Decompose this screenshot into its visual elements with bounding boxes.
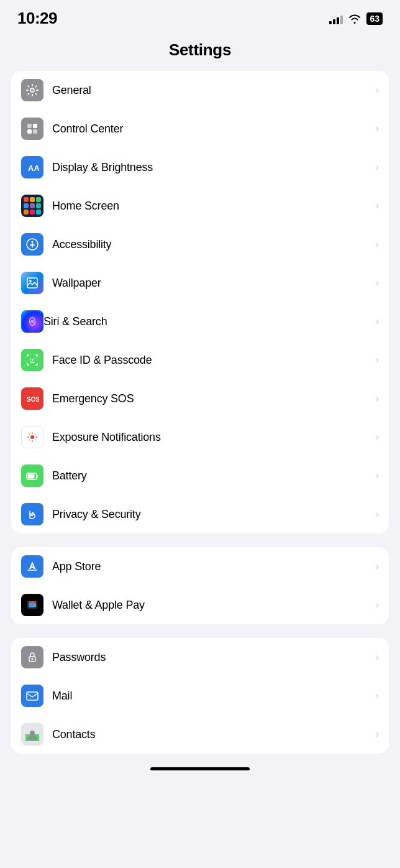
svg-rect-33 bbox=[29, 601, 36, 603]
home-screen-chevron: › bbox=[376, 200, 379, 211]
svg-point-24 bbox=[29, 440, 30, 441]
face-id-label: Face ID & Passcode bbox=[52, 354, 371, 367]
settings-row-accessibility[interactable]: Accessibility › bbox=[11, 225, 389, 264]
settings-row-display[interactable]: AA Display & Brightness › bbox=[11, 148, 389, 187]
sos-label: Emergency SOS bbox=[52, 392, 371, 405]
home-indicator bbox=[150, 767, 250, 770]
svg-point-34 bbox=[35, 604, 37, 606]
settings-row-control-center[interactable]: Control Center › bbox=[11, 109, 389, 148]
battery-status: 63 bbox=[366, 12, 383, 25]
svg-rect-37 bbox=[27, 692, 38, 700]
svg-text:SOS: SOS bbox=[27, 396, 39, 403]
display-label: Display & Brightness bbox=[52, 161, 371, 174]
sos-icon: SOS bbox=[21, 387, 43, 410]
status-icons: 63 bbox=[329, 12, 383, 25]
mail-label: Mail bbox=[52, 690, 371, 703]
exposure-label: Exposure Notifications bbox=[52, 431, 371, 444]
status-time: 10:29 bbox=[17, 9, 57, 28]
svg-rect-1 bbox=[27, 124, 32, 128]
settings-group-3: Passwords › Mail › Contacts › bbox=[11, 638, 389, 754]
exposure-icon bbox=[21, 426, 43, 448]
settings-group-2: App Store › Wallet & Apple Pay › bbox=[11, 547, 389, 624]
general-label: General bbox=[52, 84, 371, 97]
appstore-label: App Store bbox=[52, 560, 371, 573]
wallpaper-chevron: › bbox=[376, 277, 379, 289]
svg-point-25 bbox=[35, 440, 36, 441]
settings-row-sos[interactable]: SOS Emergency SOS › bbox=[11, 379, 389, 418]
signal-icon bbox=[329, 13, 343, 24]
siri-icon bbox=[21, 310, 43, 333]
settings-row-exposure[interactable]: Exposure Notifications › bbox=[11, 418, 389, 456]
wallet-chevron: › bbox=[376, 599, 379, 611]
general-chevron: › bbox=[376, 85, 379, 96]
appstore-icon bbox=[21, 555, 43, 578]
accessibility-chevron: › bbox=[376, 239, 379, 250]
svg-point-13 bbox=[30, 320, 34, 323]
wallet-icon bbox=[21, 594, 43, 616]
svg-rect-10 bbox=[27, 278, 37, 288]
appstore-chevron: › bbox=[376, 561, 379, 572]
svg-point-14 bbox=[30, 359, 32, 360]
settings-row-contacts[interactable]: Contacts › bbox=[11, 715, 389, 754]
accessibility-icon bbox=[21, 233, 43, 256]
face-id-icon bbox=[21, 349, 43, 371]
contacts-label: Contacts bbox=[52, 728, 371, 741]
battery-label: Battery bbox=[52, 469, 371, 482]
settings-row-siri[interactable]: Siri & Search › bbox=[11, 302, 389, 341]
wallet-label: Wallet & Apple Pay bbox=[52, 599, 371, 612]
svg-point-40 bbox=[30, 731, 35, 736]
settings-row-home-screen[interactable]: Home Screen › bbox=[11, 187, 389, 225]
wallpaper-label: Wallpaper bbox=[52, 277, 371, 290]
wallpaper-icon bbox=[21, 272, 43, 294]
passwords-icon bbox=[21, 646, 43, 668]
settings-row-wallet[interactable]: Wallet & Apple Pay › bbox=[11, 586, 389, 624]
display-icon: AA bbox=[21, 156, 43, 178]
svg-point-36 bbox=[32, 658, 34, 660]
siri-label: Siri & Search bbox=[43, 315, 371, 328]
settings-row-wallpaper[interactable]: Wallpaper › bbox=[11, 264, 389, 302]
svg-point-0 bbox=[30, 88, 34, 92]
privacy-icon bbox=[21, 503, 43, 525]
general-icon bbox=[21, 79, 43, 101]
svg-text:AA: AA bbox=[28, 164, 39, 173]
home-screen-icon bbox=[21, 195, 43, 217]
wifi-icon bbox=[348, 14, 361, 24]
settings-row-privacy[interactable]: Privacy & Security › bbox=[11, 495, 389, 533]
svg-rect-4 bbox=[33, 129, 37, 134]
svg-point-17 bbox=[30, 435, 34, 439]
svg-point-7 bbox=[32, 241, 34, 243]
sos-chevron: › bbox=[376, 393, 379, 404]
svg-point-23 bbox=[35, 433, 36, 435]
home-screen-label: Home Screen bbox=[52, 200, 371, 213]
svg-rect-28 bbox=[28, 474, 35, 479]
control-center-chevron: › bbox=[376, 123, 379, 134]
svg-rect-2 bbox=[33, 124, 37, 128]
mail-chevron: › bbox=[376, 690, 379, 701]
svg-rect-3 bbox=[27, 129, 32, 134]
settings-row-mail[interactable]: Mail › bbox=[11, 676, 389, 715]
svg-point-15 bbox=[34, 359, 35, 360]
accessibility-label: Accessibility bbox=[52, 238, 371, 251]
svg-point-20 bbox=[27, 436, 29, 438]
page-title: Settings bbox=[0, 33, 400, 71]
control-center-label: Control Center bbox=[52, 122, 371, 136]
passwords-label: Passwords bbox=[52, 651, 371, 664]
settings-row-general[interactable]: General › bbox=[11, 71, 389, 109]
battery-icon bbox=[21, 464, 43, 487]
svg-rect-27 bbox=[37, 475, 38, 478]
settings-row-face-id[interactable]: Face ID & Passcode › bbox=[11, 341, 389, 379]
settings-group-1: General › Control Center › AA Display & … bbox=[11, 71, 389, 533]
svg-point-21 bbox=[35, 436, 37, 438]
settings-row-passwords[interactable]: Passwords › bbox=[11, 638, 389, 676]
privacy-label: Privacy & Security bbox=[52, 508, 371, 521]
status-bar: 10:29 63 bbox=[0, 0, 400, 33]
face-id-chevron: › bbox=[376, 354, 379, 366]
exposure-chevron: › bbox=[376, 432, 379, 443]
svg-point-19 bbox=[32, 440, 33, 441]
contacts-icon bbox=[21, 723, 43, 746]
settings-row-appstore[interactable]: App Store › bbox=[11, 547, 389, 586]
settings-row-battery[interactable]: Battery › bbox=[11, 456, 389, 495]
battery-chevron: › bbox=[376, 470, 379, 481]
svg-point-11 bbox=[29, 280, 32, 282]
svg-point-18 bbox=[32, 432, 33, 433]
